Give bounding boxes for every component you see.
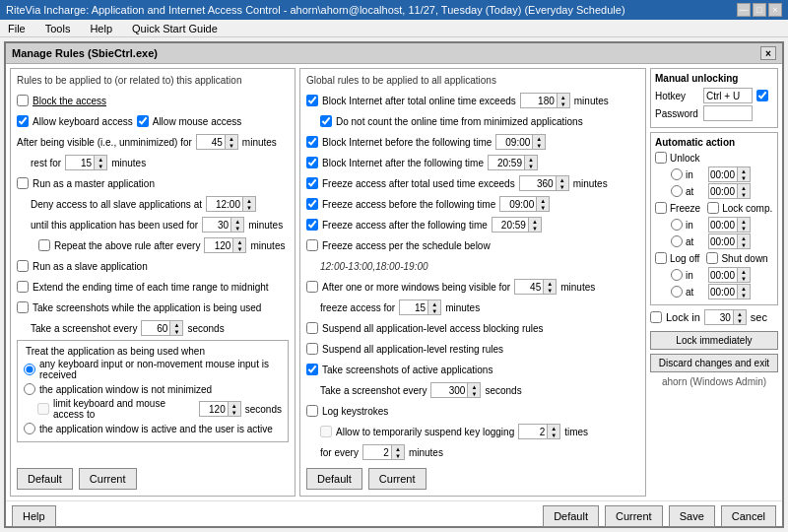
freeze-total-down[interactable]: ▼ xyxy=(557,183,568,190)
window-active-label[interactable]: the application window is active and the… xyxy=(39,424,273,434)
do-not-count-label[interactable]: Do not count the online time from minimi… xyxy=(336,116,583,127)
until-used-down[interactable]: ▼ xyxy=(231,225,243,232)
rest-for-up[interactable]: ▲ xyxy=(95,156,106,163)
unlock-in-up[interactable]: ▲ xyxy=(738,167,750,174)
freeze-access-down[interactable]: ▼ xyxy=(428,307,440,314)
slave-app-checkbox[interactable] xyxy=(17,260,29,272)
after-visible-up[interactable]: ▲ xyxy=(226,135,237,142)
menu-quickstart[interactable]: Quick Start Guide xyxy=(128,23,222,34)
menu-file[interactable]: File xyxy=(4,23,30,34)
screenshot-m-input[interactable] xyxy=(431,383,467,397)
block-before-input[interactable] xyxy=(496,135,532,149)
freeze-at-down[interactable]: ▼ xyxy=(738,241,750,248)
for-every-down[interactable]: ▼ xyxy=(392,452,404,459)
hotkey-checkbox[interactable] xyxy=(756,90,768,101)
rest-for-down[interactable]: ▼ xyxy=(95,163,106,169)
block-after-time-checkbox[interactable] xyxy=(306,157,318,168)
footer-default-button[interactable]: Default xyxy=(543,505,599,527)
footer-cancel-button[interactable]: Cancel xyxy=(721,505,776,527)
freeze-before-spinner[interactable]: ▲ ▼ xyxy=(499,196,550,212)
for-every-input[interactable] xyxy=(363,445,391,459)
repeat-up[interactable]: ▲ xyxy=(233,238,245,245)
after-windows-checkbox[interactable] xyxy=(306,281,318,293)
menu-tools[interactable]: Tools xyxy=(41,23,75,34)
log-off-at-up[interactable]: ▲ xyxy=(738,285,750,292)
allow-suspend-down[interactable]: ▼ xyxy=(548,432,559,438)
take-screenshots-label[interactable]: Take screenshots while the application i… xyxy=(33,302,261,313)
freeze-after-spinner[interactable]: ▲ ▼ xyxy=(492,217,542,233)
log-off-at-down[interactable]: ▼ xyxy=(738,292,750,299)
allow-suspend-input[interactable] xyxy=(519,425,547,438)
lock-in-down[interactable]: ▼ xyxy=(734,317,746,324)
block-access-checkbox[interactable] xyxy=(17,95,29,106)
shut-down-label[interactable]: Shut down xyxy=(721,253,767,264)
until-used-up[interactable]: ▲ xyxy=(231,218,243,225)
freeze-at-radio[interactable] xyxy=(671,235,683,247)
take-screenshots-checkbox[interactable] xyxy=(17,301,29,313)
for-every-up[interactable]: ▲ xyxy=(392,445,404,452)
lock-in-spinner[interactable]: ▲ ▼ xyxy=(704,309,747,325)
deny-at-up[interactable]: ▲ xyxy=(243,197,255,204)
freeze-before-up[interactable]: ▲ xyxy=(537,197,549,204)
windows-visible-spinner[interactable]: ▲ ▼ xyxy=(514,279,557,295)
limit-access-checkbox[interactable] xyxy=(37,403,49,415)
repeat-down[interactable]: ▼ xyxy=(233,245,245,252)
maximize-button[interactable]: □ xyxy=(753,3,766,17)
suspend-resting-label[interactable]: Suspend all application-level resting ru… xyxy=(322,344,503,355)
middle-default-button[interactable]: Default xyxy=(306,468,362,490)
suspend-blocking-label[interactable]: Suspend all application-level access blo… xyxy=(322,323,544,334)
log-off-checkbox[interactable] xyxy=(655,252,667,264)
password-input[interactable] xyxy=(703,105,753,121)
lock-immediately-button[interactable]: Lock immediately xyxy=(650,331,778,350)
for-every-spinner[interactable]: ▲ ▼ xyxy=(362,444,405,460)
footer-current-button[interactable]: Current xyxy=(605,505,663,527)
freeze-schedule-checkbox[interactable] xyxy=(306,239,318,251)
block-internet-spinner[interactable]: ▲ ▼ xyxy=(520,93,570,108)
freeze-total-up[interactable]: ▲ xyxy=(557,176,568,183)
log-off-in-radio[interactable] xyxy=(671,269,683,281)
shut-down-checkbox[interactable] xyxy=(706,252,718,264)
repeat-checkbox[interactable] xyxy=(38,239,50,251)
block-after-up[interactable]: ▲ xyxy=(525,156,537,163)
after-visible-down[interactable]: ▼ xyxy=(226,142,237,149)
screenshot-m-down[interactable]: ▼ xyxy=(468,390,480,397)
log-off-in-down[interactable]: ▼ xyxy=(738,275,750,282)
limit-input[interactable] xyxy=(200,402,228,416)
unlock-checkbox[interactable] xyxy=(655,152,667,164)
screenshot-up[interactable]: ▲ xyxy=(170,321,182,328)
repeat-spinner[interactable]: ▲ ▼ xyxy=(204,237,246,253)
block-access-label[interactable]: Block the access xyxy=(33,96,106,106)
limit-down[interactable]: ▼ xyxy=(229,409,240,416)
freeze-before-input[interactable] xyxy=(500,197,536,211)
windows-visible-input[interactable] xyxy=(515,280,543,294)
slave-app-label[interactable]: Run as a slave application xyxy=(33,261,148,272)
screenshot-m-up[interactable]: ▲ xyxy=(468,383,480,390)
screenshot-m-spinner[interactable]: ▲ ▼ xyxy=(430,382,481,398)
log-off-in-up[interactable]: ▲ xyxy=(738,268,750,275)
lock-in-checkbox[interactable] xyxy=(650,311,662,323)
unlock-in-radio[interactable] xyxy=(671,168,683,180)
lock-comp-label[interactable]: Lock comp. xyxy=(722,203,772,214)
block-internet-up[interactable]: ▲ xyxy=(558,94,569,100)
block-before-up[interactable]: ▲ xyxy=(533,135,545,142)
limit-up[interactable]: ▲ xyxy=(229,402,240,409)
block-before-down[interactable]: ▼ xyxy=(533,142,545,149)
screenshot-input[interactable] xyxy=(142,321,169,335)
unlock-in-down[interactable]: ▼ xyxy=(738,174,750,181)
allow-keyboard-checkbox[interactable] xyxy=(17,115,29,127)
rest-for-input[interactable] xyxy=(66,156,94,169)
freeze-in-input[interactable] xyxy=(709,218,737,232)
lock-in-input[interactable] xyxy=(705,310,733,324)
lock-in-up[interactable]: ▲ xyxy=(734,310,746,317)
minimize-button[interactable]: — xyxy=(737,3,751,17)
repeat-input[interactable] xyxy=(205,238,232,252)
rest-for-spinner[interactable]: ▲ ▼ xyxy=(65,155,107,170)
not-minimized-radio[interactable] xyxy=(24,383,35,395)
freeze-at-up[interactable]: ▲ xyxy=(738,234,750,241)
hotkey-input[interactable] xyxy=(703,88,753,103)
unlock-in-input[interactable] xyxy=(709,167,737,181)
extend-ending-checkbox[interactable] xyxy=(17,281,29,293)
block-internet-input[interactable] xyxy=(521,94,557,107)
freeze-after-up[interactable]: ▲ xyxy=(529,218,541,225)
freeze-access-spinner[interactable]: ▲ ▼ xyxy=(399,299,441,315)
